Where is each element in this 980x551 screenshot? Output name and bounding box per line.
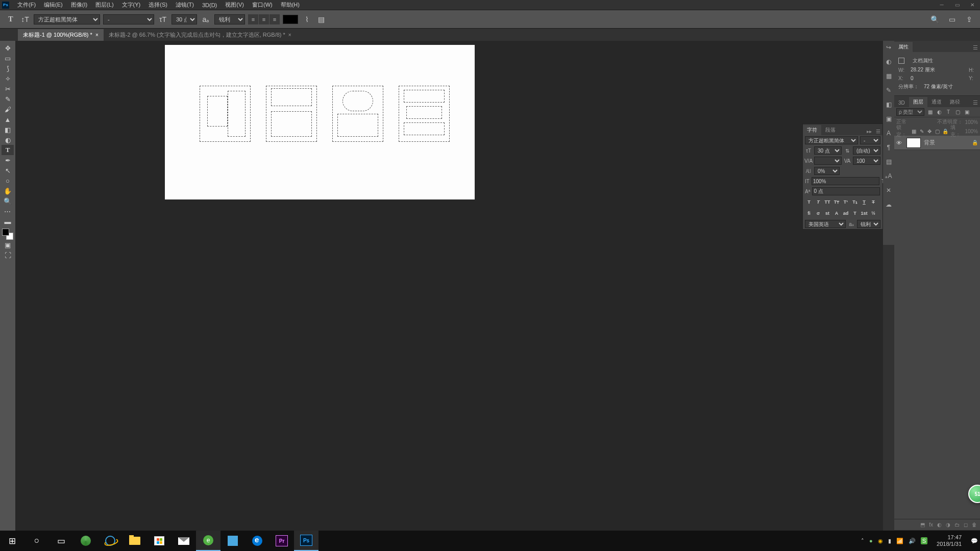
tab-3d[interactable]: 3D: [894, 98, 909, 107]
char-font-select[interactable]: 方正超粗黑简体: [805, 136, 858, 144]
menu-image[interactable]: 图像(I): [67, 0, 91, 10]
tray-qq-icon[interactable]: ◉: [878, 538, 883, 544]
styles-icon[interactable]: ▣: [884, 114, 893, 123]
artboard-icon[interactable]: ▭: [946, 14, 958, 25]
color-icon[interactable]: ◐: [884, 57, 893, 66]
lock-trans-icon[interactable]: ▦: [911, 128, 916, 135]
search-icon[interactable]: 🔍: [929, 14, 940, 25]
stamp-tool[interactable]: ▲: [2, 114, 14, 124]
menu-type[interactable]: 文字(Y): [118, 0, 145, 10]
subscript-button[interactable]: T₁: [851, 198, 859, 206]
start-button[interactable]: ⊞: [0, 531, 24, 551]
glyphs-icon[interactable]: ▤: [884, 157, 893, 166]
tab-properties[interactable]: 属性: [894, 42, 913, 52]
lock-pixel-icon[interactable]: ✎: [919, 128, 924, 135]
menu-view[interactable]: 视图(V): [221, 0, 248, 10]
tray-ime-icon[interactable]: S: [921, 537, 927, 544]
taskbar-clock[interactable]: 17:47 2018/1/31: [933, 534, 966, 547]
mask-icon[interactable]: ◐: [937, 522, 942, 528]
maximize-button[interactable]: ▭: [949, 1, 965, 10]
canvas[interactable]: [165, 45, 475, 199]
tab-paths[interactable]: 路径: [946, 97, 964, 107]
antialias-select[interactable]: 锐利: [214, 14, 245, 24]
ligature-button[interactable]: fi: [805, 210, 813, 217]
opacity-value[interactable]: 100%: [965, 119, 978, 125]
font-family-select[interactable]: 方正超粗黑简体: [34, 14, 100, 24]
menu-edit[interactable]: 编辑(E): [40, 0, 67, 10]
close-icon[interactable]: ×: [95, 32, 99, 38]
bold-button[interactable]: T: [805, 198, 813, 206]
align-left-button[interactable]: ≡: [248, 14, 258, 24]
browser-360-icon[interactable]: [74, 531, 98, 551]
brush-tool[interactable]: 🖌: [2, 104, 14, 114]
warp-text-icon[interactable]: ⌇: [301, 14, 312, 25]
visibility-icon[interactable]: 👁: [896, 140, 903, 146]
text-color-swatch[interactable]: [283, 15, 298, 24]
tab-channels[interactable]: 通道: [927, 97, 946, 107]
char-aa-select[interactable]: 锐利: [857, 220, 880, 228]
edit-toolbar[interactable]: ⋯: [2, 206, 14, 216]
new-layer-icon[interactable]: ◻: [964, 522, 968, 528]
premiere-icon[interactable]: Pr: [270, 531, 294, 551]
menu-filter[interactable]: 滤镜(T): [172, 0, 198, 10]
path-select-tool[interactable]: ↖: [2, 165, 14, 176]
tab-layers[interactable]: 图层: [909, 97, 927, 107]
fill-value[interactable]: 100%: [965, 129, 978, 134]
char-kerning-select[interactable]: [814, 157, 842, 165]
eyedropper-tool[interactable]: ✎: [2, 94, 14, 104]
filter-pixel-icon[interactable]: ▦: [926, 109, 934, 116]
quickmask-tool[interactable]: ▣: [2, 240, 14, 250]
filter-type-icon[interactable]: T: [945, 109, 952, 116]
magic-wand-tool[interactable]: ✧: [2, 73, 14, 84]
font-size-select[interactable]: 30 点: [172, 14, 197, 24]
libraries-icon[interactable]: ☁: [884, 200, 893, 209]
link-icon[interactable]: ⬒: [920, 522, 925, 528]
fraction-button[interactable]: 1st: [860, 210, 868, 217]
filter-adjust-icon[interactable]: ◐: [936, 109, 943, 116]
oldstyle-button[interactable]: ½: [869, 210, 877, 217]
swatches-icon[interactable]: ▦: [884, 71, 893, 81]
mail-icon[interactable]: [172, 531, 196, 551]
panel-menu-icon[interactable]: ☰: [971, 43, 980, 52]
hand-tool[interactable]: ✋: [2, 186, 14, 196]
ordinal-button[interactable]: T: [851, 210, 859, 217]
zoom-tool[interactable]: 🔍: [2, 196, 14, 206]
type-tool[interactable]: T: [2, 145, 14, 155]
menu-3d[interactable]: 3D(D): [198, 1, 221, 9]
layer-kind-select[interactable]: ρ 类型: [896, 108, 924, 116]
app-blue-icon[interactable]: [220, 531, 245, 551]
store-icon[interactable]: [147, 531, 172, 551]
contextual-button[interactable]: σ: [814, 210, 822, 217]
panel-menu-icon[interactable]: ☰: [971, 98, 980, 107]
char-baseline-input[interactable]: [812, 187, 880, 195]
tray-security-icon[interactable]: ●: [869, 538, 873, 544]
taskview-button[interactable]: ▭: [49, 531, 74, 551]
crop-tool[interactable]: ✂: [2, 84, 14, 94]
titling-button[interactable]: ad: [842, 210, 850, 217]
adjustment-icon[interactable]: ◑: [946, 522, 950, 528]
panels-toggle-icon[interactable]: ▤: [315, 14, 327, 25]
para-styles-icon[interactable]: ₐA: [884, 171, 893, 181]
font-style-select[interactable]: -: [103, 14, 154, 24]
menu-help[interactable]: 帮助(H): [277, 0, 304, 10]
char-leading-select[interactable]: (自动): [853, 146, 880, 155]
doc-tab-2[interactable]: 未标题-2 @ 66.7% (文字输入完成后点击对勾，建立文字选区, RGB/8…: [104, 29, 297, 41]
italic-button[interactable]: T: [814, 198, 822, 206]
layer-thumbnail[interactable]: [906, 138, 921, 148]
superscript-button[interactable]: T¹: [842, 198, 850, 206]
lock-icon[interactable]: 🔒: [972, 140, 978, 145]
layer-background[interactable]: 👁 背景 🔒: [894, 136, 980, 150]
trash-icon[interactable]: 🗑: [972, 522, 977, 528]
marquee-tool[interactable]: ▭: [2, 53, 14, 63]
lasso-tool[interactable]: ⟆: [2, 63, 14, 73]
character-panel[interactable]: 字符 段落 ▸▸ ☰ 方正超粗黑简体 - τT 30 点 ⇅ (自动) V/A …: [802, 123, 883, 230]
tray-wifi-icon[interactable]: 📶: [896, 538, 903, 544]
app-green-icon[interactable]: e: [196, 531, 220, 551]
char-style-select[interactable]: -: [860, 136, 880, 144]
strike-button[interactable]: T: [869, 198, 877, 206]
shape-tool[interactable]: ○: [2, 176, 14, 186]
filter-shape-icon[interactable]: ▢: [954, 109, 961, 116]
foreground-color[interactable]: [2, 229, 9, 236]
fg-bg-colors[interactable]: [2, 229, 13, 240]
minimize-button[interactable]: ─: [934, 1, 949, 10]
